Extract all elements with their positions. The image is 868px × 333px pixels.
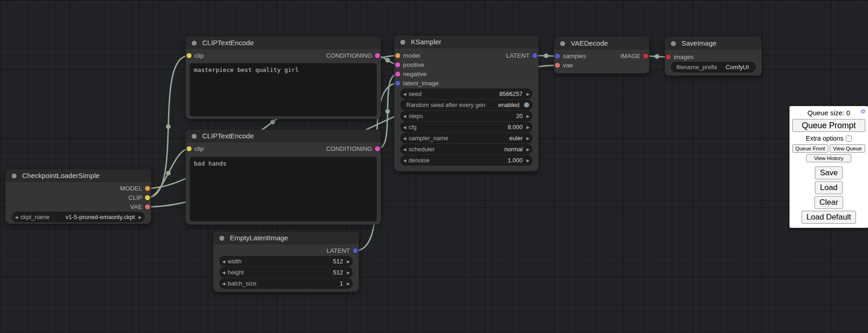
node-collapse-dot[interactable] xyxy=(12,173,17,178)
batch-size-widget[interactable]: ◀ batch_size 1 ▶ xyxy=(220,279,352,288)
input-slot-vae[interactable]: vae xyxy=(554,61,649,70)
ckpt-name-widget[interactable]: ◀ ckpt_name v1-5-pruned-emaonly.ckpt ▶ xyxy=(12,212,144,222)
decrement-arrow-icon[interactable]: ◀ xyxy=(220,281,228,286)
node-collapse-dot[interactable] xyxy=(671,41,676,46)
output-slot-model[interactable]: MODEL xyxy=(6,184,151,193)
save-button[interactable]: Save xyxy=(815,166,843,179)
link-midpoint-dot xyxy=(166,171,171,176)
denoise-widget[interactable]: ◀ denoise 1.000 ▶ xyxy=(401,155,532,165)
view-queue-button[interactable]: View Queue xyxy=(830,144,866,153)
decrement-arrow-icon[interactable]: ◀ xyxy=(12,215,20,220)
load-button[interactable]: Load xyxy=(815,181,843,194)
node-cliptextencode-negative[interactable]: CLIPTextEncode clip CONDITIONING bad han… xyxy=(186,130,381,225)
widget-value: normal xyxy=(504,146,524,153)
vae-input-dot[interactable] xyxy=(555,63,560,68)
vae-output-dot[interactable] xyxy=(145,204,150,209)
increment-arrow-icon[interactable]: ▶ xyxy=(524,147,532,152)
output-slot-latent[interactable]: LATENT xyxy=(213,246,359,256)
load-default-button[interactable]: Load Default xyxy=(802,211,856,224)
increment-arrow-icon[interactable]: ▶ xyxy=(524,125,532,130)
extra-options-checkbox[interactable] xyxy=(846,136,852,142)
node-collapse-dot[interactable] xyxy=(192,134,197,139)
node-cliptextencode-positive[interactable]: CLIPTextEncode clip CONDITIONING masterp… xyxy=(186,36,381,119)
node-collapse-dot[interactable] xyxy=(192,41,197,46)
increment-arrow-icon[interactable]: ▶ xyxy=(524,114,532,119)
queue-front-button[interactable]: Queue Front xyxy=(792,144,828,153)
filename-prefix-widget[interactable]: filename_prefix ComfyUI xyxy=(671,62,755,72)
height-widget[interactable]: ◀ height 512 ▶ xyxy=(220,268,352,277)
increment-arrow-icon[interactable]: ▶ xyxy=(136,215,144,220)
increment-arrow-icon[interactable]: ▶ xyxy=(524,92,532,96)
steps-widget[interactable]: ◀ steps 20 ▶ xyxy=(401,111,532,121)
node-collapse-dot[interactable] xyxy=(400,40,405,45)
node-collapse-dot[interactable] xyxy=(560,41,565,46)
output-slot-clip[interactable]: CLIP xyxy=(6,193,151,202)
node-title-bar[interactable]: CheckpointLoaderSimple xyxy=(6,169,151,182)
node-ksampler[interactable]: KSampler model positive negative latent_… xyxy=(394,36,538,171)
node-title-bar[interactable]: SaveImage xyxy=(665,37,762,50)
widget-value: enabled xyxy=(498,101,521,108)
decrement-arrow-icon[interactable]: ◀ xyxy=(401,158,409,163)
cfg-widget[interactable]: ◀ cfg 8.000 ▶ xyxy=(401,122,532,132)
clip-output-dot[interactable] xyxy=(145,195,150,200)
decrement-arrow-icon[interactable]: ◀ xyxy=(220,270,228,275)
node-title-bar[interactable]: CLIPTextEncode xyxy=(186,36,381,49)
positive-prompt-textarea[interactable]: masterpiece best quality girl xyxy=(190,63,377,116)
sampler-name-widget[interactable]: ◀ sampler_name euler ▶ xyxy=(401,133,532,143)
negative-input-dot[interactable] xyxy=(395,71,400,77)
widget-value: ComfyUI xyxy=(725,64,750,71)
node-title: EmptyLatentImage xyxy=(230,232,288,244)
negative-prompt-textarea[interactable]: bad hands xyxy=(190,157,377,221)
decrement-arrow-icon[interactable]: ◀ xyxy=(401,147,409,152)
node-title-bar[interactable]: CLIPTextEncode xyxy=(186,130,381,143)
output-slot-conditioning[interactable]: CONDITIONING xyxy=(186,144,381,154)
input-slot-positive[interactable]: positive xyxy=(394,60,538,70)
node-collapse-dot[interactable] xyxy=(219,236,224,241)
increment-arrow-icon[interactable]: ▶ xyxy=(524,158,532,163)
increment-arrow-icon[interactable]: ▶ xyxy=(344,270,352,275)
width-widget[interactable]: ◀ width 512 ▶ xyxy=(220,256,352,266)
images-input-dot[interactable] xyxy=(666,54,671,59)
widget-label: filename_prefix xyxy=(676,64,717,71)
input-slot-latent-image[interactable]: latent_image xyxy=(394,79,538,88)
positive-input-dot[interactable] xyxy=(395,62,400,67)
decrement-arrow-icon[interactable]: ◀ xyxy=(401,114,409,119)
latent-image-input-dot[interactable] xyxy=(395,81,400,86)
increment-arrow-icon[interactable]: ▶ xyxy=(344,259,352,264)
decrement-arrow-icon[interactable]: ◀ xyxy=(401,136,409,141)
conditioning-output-dot[interactable] xyxy=(375,146,380,151)
node-emptylatentimage[interactable]: EmptyLatentImage LATENT ◀ width 512 ▶ ◀ … xyxy=(213,232,359,292)
increment-arrow-icon[interactable]: ▶ xyxy=(524,136,532,141)
node-checkpointloadersimple[interactable]: CheckpointLoaderSimple MODEL CLIP VAE ◀ … xyxy=(6,169,151,224)
latent-output-dot[interactable] xyxy=(353,248,358,253)
node-title-bar[interactable]: VAEDecode xyxy=(554,37,649,50)
input-slot-images[interactable]: images xyxy=(665,53,762,62)
decrement-arrow-icon[interactable]: ◀ xyxy=(220,259,228,264)
output-slot-image[interactable]: IMAGE xyxy=(554,52,649,61)
decrement-arrow-icon[interactable]: ◀ xyxy=(401,92,409,96)
increment-arrow-icon[interactable]: ▶ xyxy=(344,281,352,286)
view-history-button[interactable]: View History xyxy=(806,154,851,162)
input-slot-negative[interactable]: negative xyxy=(394,70,538,79)
decrement-arrow-icon[interactable]: ◀ xyxy=(401,125,409,130)
node-vaedecode[interactable]: VAEDecode samples vae IMAGE xyxy=(554,37,649,73)
node-title-bar[interactable]: KSampler xyxy=(394,36,538,48)
model-output-dot[interactable] xyxy=(145,186,150,191)
latent-output-dot[interactable] xyxy=(532,53,537,58)
node-title-bar[interactable]: EmptyLatentImage xyxy=(213,232,359,244)
clear-button[interactable]: Clear xyxy=(814,196,844,209)
node-saveimage[interactable]: SaveImage images filename_prefix ComfyUI xyxy=(665,37,762,76)
scheduler-widget[interactable]: ◀ scheduler normal ▶ xyxy=(401,144,532,154)
queue-prompt-button[interactable]: Queue Prompt xyxy=(792,119,865,132)
output-slot-latent[interactable]: LATENT xyxy=(394,51,538,60)
random-seed-toggle-widget[interactable]: Random seed after every gen enabled xyxy=(401,100,532,110)
conditioning-output-dot[interactable] xyxy=(375,53,380,58)
widget-value: 512 xyxy=(333,269,344,276)
toggle-indicator-dot[interactable] xyxy=(524,102,529,107)
seed-widget[interactable]: ◀ seed 8566257 ▶ xyxy=(401,89,532,99)
image-output-dot[interactable] xyxy=(643,54,648,59)
output-slot-vae[interactable]: VAE xyxy=(6,202,151,212)
graph-canvas[interactable]: CheckpointLoaderSimple MODEL CLIP VAE ◀ … xyxy=(0,0,868,333)
settings-gear-icon[interactable]: ⚙ xyxy=(860,108,866,114)
output-slot-conditioning[interactable]: CONDITIONING xyxy=(186,51,381,60)
